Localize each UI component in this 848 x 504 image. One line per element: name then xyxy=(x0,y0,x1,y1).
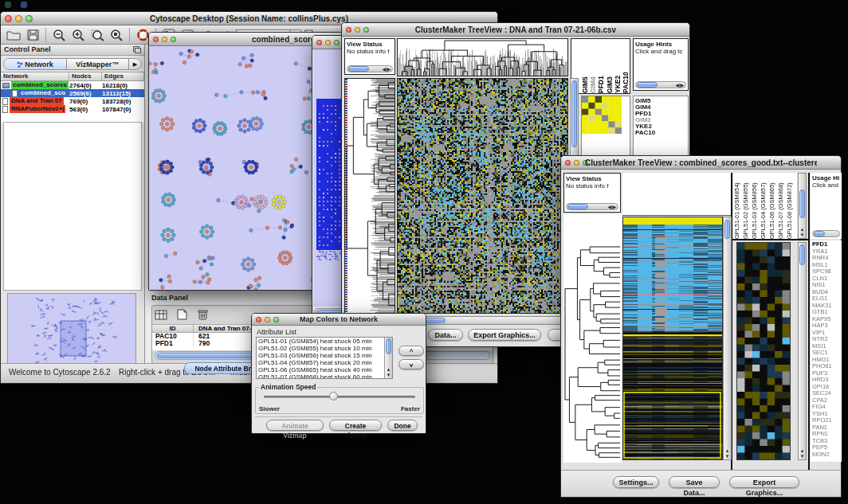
table-mode-icon[interactable] xyxy=(153,308,169,322)
view-status-text: No status info f xyxy=(566,182,618,189)
column-dendrogram[interactable] xyxy=(397,38,568,76)
minimize-button[interactable] xyxy=(355,27,360,33)
treeview1-titlebar[interactable]: ClusterMaker TreeView : DNA and Tran 07-… xyxy=(342,23,689,37)
network-name: combined_sco xyxy=(19,89,67,97)
minimize-button[interactable] xyxy=(15,15,22,22)
close-button[interactable] xyxy=(153,37,159,42)
network-row[interactable]: RNAPuberNov2+| 563(0) 107847(0) xyxy=(1,105,144,113)
tab-vizmapper[interactable]: VizMapper™ xyxy=(67,59,129,69)
export-graphics-button[interactable]: Export Graphics... xyxy=(468,329,541,341)
open-file-icon[interactable] xyxy=(5,27,22,43)
dialog-titlebar[interactable]: Map Colors to Network xyxy=(252,314,426,326)
view-status-scrollbar[interactable]: ◀▶ xyxy=(347,65,393,72)
save-data-button[interactable]: Data... xyxy=(428,329,463,341)
row-dendrogram[interactable] xyxy=(344,78,395,314)
attribute-list-vscrollbar[interactable]: ▲▼ xyxy=(384,338,392,378)
slider-thumb[interactable] xyxy=(329,392,338,400)
network-nodes: 2764(0) xyxy=(69,82,102,89)
cluster-matrix-heatmap[interactable] xyxy=(582,96,622,134)
col-edges[interactable]: Edges xyxy=(102,72,144,80)
close-button[interactable] xyxy=(316,40,322,45)
network-row[interactable]: combined_scores 2764(0) 16218(0) xyxy=(1,81,144,89)
attribute-item[interactable]: GPL51-04 (GSM857) heat shock 20 min xyxy=(257,359,392,366)
zoom-fit-icon[interactable] xyxy=(108,27,125,43)
col-nodes[interactable]: Nodes xyxy=(69,72,102,80)
export-graphics-button[interactable]: Export Graphics... xyxy=(729,476,799,488)
new-attribute-icon[interactable] xyxy=(174,307,190,322)
usage-hints-scrollbar[interactable]: ◀▶ xyxy=(635,81,686,88)
attribute-item[interactable]: GPL51-02 (GSM855) heat shock 10 min xyxy=(257,345,392,352)
attribute-item[interactable]: GPL51-01 (GSM854) heat shock 05 min xyxy=(257,338,392,345)
settings-button[interactable]: Settings... xyxy=(613,476,659,488)
heatmap-main[interactable] xyxy=(397,78,568,314)
animation-speed-slider[interactable] xyxy=(264,396,415,398)
view-status-scrollbar[interactable]: ◀▶ xyxy=(566,203,618,210)
menubar-icon[interactable] xyxy=(5,2,11,8)
view-status-box: View Status No status info f ◀▶ xyxy=(344,38,395,75)
heatmap-vscrollbar[interactable]: ▲▼ xyxy=(723,217,732,460)
minimize-button[interactable] xyxy=(265,317,270,322)
save-data-button[interactable]: Save Data... xyxy=(669,476,720,488)
save-icon[interactable] xyxy=(24,27,41,43)
gene-label[interactable]: MON2 xyxy=(812,451,840,459)
column-labels-panel: GPL51-01 (GSM854)GPL51-02 (GSM855)GPL51-… xyxy=(733,173,797,239)
network-row-selected[interactable]: combined_sco 2569(6) 13112(15) xyxy=(1,89,144,97)
animate-vizmap-button[interactable]: Animate Vizmap xyxy=(266,420,324,431)
create-vizmap-button[interactable]: Create Vizmap xyxy=(329,420,382,431)
move-up-button[interactable]: ^ xyxy=(398,346,424,356)
tab-overflow-button[interactable]: ▶ xyxy=(128,59,141,70)
close-button[interactable] xyxy=(5,15,12,22)
usage-hints-box: Usage Hi Click and xyxy=(811,173,842,239)
minimize-button[interactable] xyxy=(325,40,331,45)
heatmap-zoom[interactable] xyxy=(736,242,791,460)
network-table-header: Network Nodes Edges xyxy=(1,72,144,81)
network-tree-area[interactable] xyxy=(3,122,142,291)
network-edges: 107847(0) xyxy=(102,106,144,113)
close-button[interactable] xyxy=(565,160,571,166)
toolbar-separator xyxy=(45,28,46,42)
col-network[interactable]: Network xyxy=(1,72,69,80)
attribute-item[interactable]: GPL51-03 (GSM856) heat shock 15 min xyxy=(257,352,392,359)
column-labels-vscrollbar[interactable]: ▲▼ xyxy=(798,173,807,239)
view-status-title: View Status xyxy=(566,175,618,182)
close-button[interactable] xyxy=(256,317,261,322)
network-row[interactable]: DNA and Tran 07 769(0) 183728(0) xyxy=(1,97,144,105)
usage-hints-scrollbar[interactable] xyxy=(812,230,840,237)
minimize-button[interactable] xyxy=(574,160,579,166)
attribute-item[interactable]: GPL51-07 (GSM868) heat shock 60 min xyxy=(257,373,392,379)
minimize-button[interactable] xyxy=(162,37,167,42)
menubar-icon[interactable] xyxy=(21,2,27,8)
zoom-in-icon[interactable] xyxy=(69,27,87,43)
delete-attribute-icon[interactable] xyxy=(195,307,211,322)
id-column-header[interactable]: ID xyxy=(152,325,194,332)
attribute-item[interactable]: GPL51-06 (GSM865) heat shock 40 min xyxy=(257,366,392,373)
close-button[interactable] xyxy=(346,27,351,33)
control-panel-header: Control Panel xyxy=(1,45,144,56)
status-welcome: Welcome to Cytoscape 2.6.2 xyxy=(9,368,111,377)
column-dendrogram-area[interactable] xyxy=(622,173,731,216)
done-button[interactable]: Done xyxy=(387,420,418,431)
tab-network[interactable]: Network xyxy=(4,59,67,69)
gene-label[interactable]: PAC10 xyxy=(635,130,686,136)
document-icon xyxy=(2,106,8,113)
row-dendrogram[interactable] xyxy=(563,214,622,463)
heatmap-zoom-vscrollbar[interactable]: ▲▼ xyxy=(798,242,807,460)
float-panel-icon[interactable] xyxy=(133,46,141,53)
control-panel-title: Control Panel xyxy=(4,45,51,53)
slower-label: Slower xyxy=(259,405,280,412)
panel-divider xyxy=(732,239,809,240)
zoom-selected-icon[interactable] xyxy=(88,27,106,43)
move-down-button[interactable]: v xyxy=(398,359,424,369)
treeview2-title: ClusterMaker TreeView : combined_scores_… xyxy=(585,158,817,167)
heatmap-main[interactable] xyxy=(622,217,723,460)
zoom-out-icon[interactable] xyxy=(50,27,68,43)
network-name: RNAPuberNov2+| xyxy=(10,105,65,113)
column-labels-panel: GIM5GIM4PFD1GIM3YKE2PAC10 xyxy=(571,38,630,94)
toolbar-separator xyxy=(129,28,130,42)
network-nodes: 769(0) xyxy=(69,98,102,105)
zoom-button[interactable] xyxy=(334,40,340,45)
network-nodes: 2569(6) xyxy=(69,90,102,97)
attribute-list-label: Attribute List xyxy=(257,328,296,336)
treeview2-titlebar[interactable]: ClusterMaker TreeView : combined_scores_… xyxy=(561,156,841,170)
attribute-items: GPL51-01 (GSM854) heat shock 05 minGPL51… xyxy=(257,338,392,379)
